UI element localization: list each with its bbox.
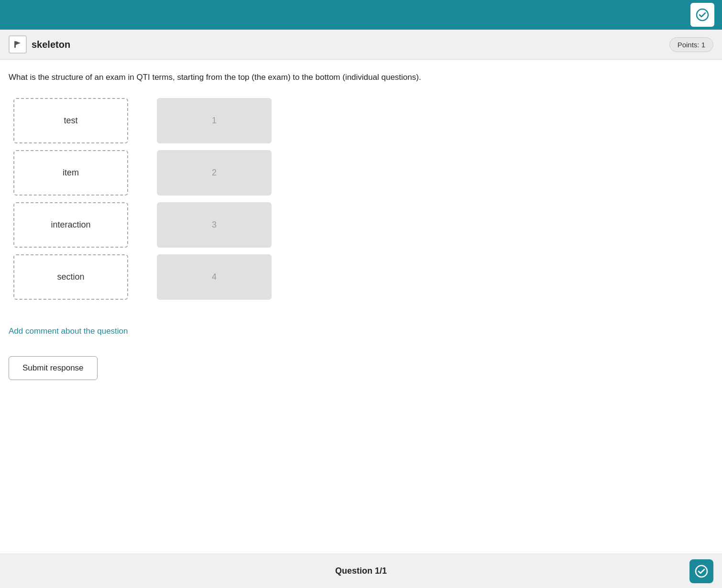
svg-marker-2 — [16, 41, 21, 45]
submit-button[interactable]: Submit response — [9, 356, 98, 380]
question-header: skeleton Points: 1 — [0, 30, 722, 60]
drag-item-test[interactable]: test — [13, 98, 128, 143]
drag-item-section[interactable]: section — [13, 254, 128, 300]
drop-target-3[interactable]: 3 — [157, 202, 272, 248]
drop-target-2[interactable]: 2 — [157, 150, 272, 196]
svg-rect-1 — [14, 41, 16, 48]
add-comment-area: Add comment about the question — [0, 319, 722, 344]
drag-items-column: test item interaction section — [13, 98, 128, 300]
flag-icon — [13, 40, 22, 49]
question-title: skeleton — [32, 39, 70, 50]
checkmark-circle-icon — [696, 8, 709, 22]
drop-target-4[interactable]: 4 — [157, 254, 272, 300]
question-header-left: skeleton — [9, 35, 70, 54]
top-checkmark-button[interactable] — [690, 3, 714, 27]
svg-point-0 — [697, 9, 708, 21]
drag-item-interaction[interactable]: interaction — [13, 202, 128, 248]
drop-targets-column: 1 2 3 4 — [157, 98, 272, 300]
submit-area: Submit response — [0, 348, 722, 399]
question-text: What is the structure of an exam in QTI … — [9, 71, 713, 84]
drag-item-item[interactable]: item — [13, 150, 128, 196]
drop-target-1[interactable]: 1 — [157, 98, 272, 143]
flag-button[interactable] — [9, 35, 27, 54]
points-badge: Points: 1 — [669, 37, 713, 52]
add-comment-button[interactable]: Add comment about the question — [9, 327, 128, 336]
top-bar — [0, 0, 722, 30]
match-area: test item interaction section 1 2 3 — [9, 98, 713, 300]
question-body: What is the structure of an exam in QTI … — [0, 60, 722, 319]
